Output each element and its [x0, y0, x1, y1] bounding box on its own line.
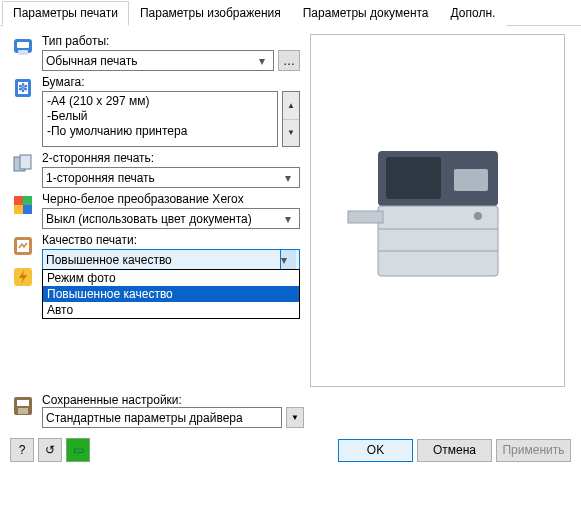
button-label: Отмена	[433, 443, 476, 457]
button-label: OK	[367, 443, 384, 457]
tab-document-options[interactable]: Параметры документа	[292, 1, 440, 26]
paper-list[interactable]: -A4 (210 x 297 мм) -Белый -По умолчанию …	[42, 91, 278, 147]
quality-select[interactable]: Повышенное качество▾	[42, 249, 300, 270]
duplex-icon	[10, 151, 36, 177]
lightning-icon	[10, 264, 36, 290]
svg-rect-2	[18, 50, 28, 55]
help-icon: ?	[19, 443, 26, 457]
quality-icon	[10, 233, 36, 259]
tab-strip: Параметры печати Параметры изображения П…	[0, 0, 581, 26]
paper-label: Бумага:	[42, 75, 300, 89]
printer-icon	[10, 34, 36, 60]
svg-rect-9	[23, 196, 32, 205]
button-label: Применить	[502, 443, 564, 457]
color-icon	[10, 192, 36, 218]
reset-button[interactable]: ↺	[38, 438, 62, 462]
saved-dropdown-button[interactable]: ▼	[286, 407, 304, 428]
saved-value: Стандартные параметры драйвера	[46, 411, 243, 425]
duplex-label: 2-сторонняя печать:	[42, 151, 300, 165]
chevron-down-icon: ▼	[283, 120, 299, 147]
job-type-value: Обычная печать	[46, 54, 137, 68]
chevron-up-icon: ▲	[283, 92, 299, 120]
job-type-more-button[interactable]: …	[278, 50, 300, 71]
svg-rect-8	[14, 196, 23, 205]
chevron-down-icon: ▼	[291, 413, 299, 422]
bw-label: Черно-белое преобразование Xerox	[42, 192, 300, 206]
job-type-label: Тип работы:	[42, 34, 300, 48]
bw-value: Выкл (использовать цвет документа)	[46, 212, 252, 226]
option-label: Авто	[47, 303, 73, 317]
chevron-down-icon: ▾	[254, 54, 270, 68]
svg-rect-16	[386, 157, 441, 199]
quality-option[interactable]: Авто	[43, 302, 299, 318]
cancel-button[interactable]: Отмена	[417, 439, 492, 462]
apply-button[interactable]: Применить	[496, 439, 571, 462]
tab-label: Параметры изображения	[140, 6, 281, 20]
printer-image-icon	[338, 111, 538, 311]
tab-label: Параметры документа	[303, 6, 429, 20]
eco-icon: ▭	[73, 443, 84, 457]
tab-image-options[interactable]: Параметры изображения	[129, 1, 292, 26]
quality-option[interactable]: Повышенное качество	[43, 286, 299, 302]
job-type-select[interactable]: Обычная печать▾	[42, 50, 274, 71]
help-button[interactable]: ?	[10, 438, 34, 462]
svg-rect-25	[18, 408, 28, 414]
chevron-down-icon: ▾	[280, 250, 296, 269]
svg-point-21	[474, 212, 482, 220]
paper-line: -По умолчанию принтера	[47, 124, 273, 139]
option-label: Режим фото	[47, 271, 116, 285]
svg-rect-22	[454, 169, 488, 191]
tab-label: Дополн.	[451, 6, 496, 20]
svg-rect-24	[17, 400, 29, 406]
quality-label: Качество печати:	[42, 233, 300, 247]
ellipsis-icon: …	[283, 54, 295, 68]
quality-option[interactable]: Режим фото	[43, 270, 299, 286]
saved-settings-icon	[10, 393, 36, 419]
paper-spinner[interactable]: ▲ ▼	[282, 91, 300, 147]
svg-text:✽: ✽	[18, 81, 28, 95]
reset-icon: ↺	[45, 443, 55, 457]
svg-rect-20	[348, 211, 383, 223]
saved-label: Сохраненные настройки:	[42, 393, 304, 407]
chevron-down-icon: ▾	[280, 212, 296, 226]
svg-rect-7	[20, 155, 31, 169]
chevron-down-icon: ▾	[280, 171, 296, 185]
option-label: Повышенное качество	[47, 287, 173, 301]
ok-button[interactable]: OK	[338, 439, 413, 462]
paper-icon: ✽	[10, 75, 36, 101]
printer-preview	[310, 34, 565, 387]
paper-line: -Белый	[47, 109, 273, 124]
paper-line: -A4 (210 x 297 мм)	[47, 94, 273, 109]
duplex-select[interactable]: 1-сторонняя печать▾	[42, 167, 300, 188]
svg-rect-11	[23, 205, 32, 214]
eco-button[interactable]: ▭	[66, 438, 90, 462]
saved-select[interactable]: Стандартные параметры драйвера	[42, 407, 282, 428]
svg-rect-1	[17, 42, 29, 48]
quality-value: Повышенное качество	[46, 253, 172, 267]
duplex-value: 1-сторонняя печать	[46, 171, 155, 185]
bw-select[interactable]: Выкл (использовать цвет документа)▾	[42, 208, 300, 229]
tab-label: Параметры печати	[13, 6, 118, 20]
tab-advanced[interactable]: Дополн.	[440, 1, 507, 26]
tab-print-options[interactable]: Параметры печати	[2, 1, 129, 26]
quality-dropdown-list: Режим фото Повышенное качество Авто	[42, 269, 300, 319]
svg-rect-10	[14, 205, 23, 214]
